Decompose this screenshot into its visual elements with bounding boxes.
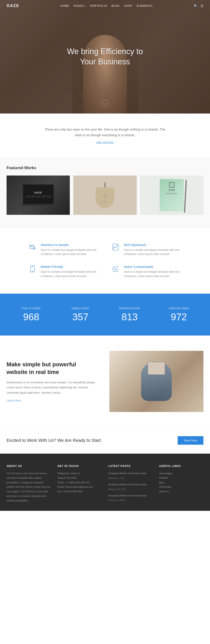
menu-icon[interactable]: ☰ — [200, 4, 203, 8]
feature-seo: SEO Optimized Gaze is a simple and elega… — [112, 243, 182, 256]
footer-post-2: Designing Mobile eCommerce Apps February… — [108, 482, 153, 491]
footer-about-text: Our Theme is a very slick and clean e-co… — [7, 471, 51, 503]
feature-attention-title: Attention to Details — [41, 243, 98, 247]
feature-mobile-title: Mobile Friendly — [41, 265, 98, 268]
features-section: Attention to Details Gaze is a simple an… — [0, 228, 210, 294]
nav-elements[interactable]: ELEMENTS — [137, 4, 153, 8]
hero-headline: We bring Efficiency to Your Business — [67, 46, 143, 67]
attention-icon — [28, 243, 37, 252]
book-cover: ✓ GAZE WORDPRESS — [160, 179, 184, 211]
stat-goals-label: Marketing Goals — [105, 307, 154, 310]
footer-link-portfolio[interactable]: Portfolio — [159, 476, 204, 480]
hero-person-figure — [72, 22, 138, 114]
footer-post-3: Designing Mobile eCommerce Apps February… — [108, 493, 153, 502]
svg-point-4 — [32, 271, 33, 272]
laptop-screen: GAZE — [23, 184, 54, 204]
about-learn-more[interactable]: Learn More — [7, 399, 21, 402]
bag-text: ✦TakeItEasy — [101, 190, 109, 204]
feature-attention-desc: Gaze is a simple and elegant template wi… — [41, 248, 98, 256]
footer-links-heading: USEFUL LINKS — [159, 464, 204, 468]
footer-contact-heading: GET IN TOUCH — [58, 464, 102, 468]
laptop-logo: GAZE — [34, 192, 42, 194]
footer-posts: LATEST POSTS Designing Mobile eCommerce … — [108, 464, 153, 504]
pencil — [184, 180, 187, 213]
feature-attention-content: Attention to Details Gaze is a simple an… — [41, 243, 98, 256]
cta-section: Excited to Work With Us? We Are Ready to… — [0, 427, 210, 454]
footer-company: Philippines, Gaze Inc. — [58, 471, 102, 476]
footer-grid: ABOUT US Our Theme is a very slick and c… — [7, 464, 203, 504]
book-subtitle: WORDPRESS — [166, 193, 178, 194]
quote-author[interactable]: Jake Simpson — [96, 140, 114, 144]
footer-link-about[interactable]: About Us — [159, 489, 204, 494]
about-section: Make simple but powerful website in real… — [0, 336, 210, 427]
bag-string — [104, 182, 106, 188]
about-photo — [109, 351, 203, 412]
feature-seo-title: SEO Optimized — [124, 243, 182, 247]
feature-seo-desc: Gaze is a simple and elegant template wi… — [124, 248, 182, 256]
footer-link-shortcodes[interactable]: Shortcodes — [159, 485, 204, 489]
quote-text: There are only two ways to live your lif… — [44, 126, 166, 138]
nav-shop[interactable]: SHOP — [124, 4, 132, 8]
features-grid: Attention to Details Gaze is a simple an… — [28, 243, 182, 278]
brand-logo[interactable]: GAZE — [7, 4, 19, 8]
laptop-divider — [26, 195, 51, 196]
scroll-down-button[interactable]: ↓ — [101, 100, 109, 107]
feature-mobile: Mobile Friendly Gaze is a simple and ele… — [28, 265, 98, 278]
stats-section: Cups of Coffee 968 Happy Clients 357 Mar… — [0, 294, 210, 336]
feature-attention: Attention to Details Gaze is a simple an… — [28, 243, 98, 256]
footer-post-2-date: February 03, 2017 — [108, 488, 126, 490]
footer-link-blog[interactable]: Blog — [159, 480, 204, 485]
nav-blog[interactable]: BLOG — [112, 4, 120, 8]
stat-goals-value: 813 — [105, 312, 154, 322]
nav-links: HOME PAGES PORTFOLIO BLOG SHOP ELEMENTS — [60, 4, 152, 8]
stats-grid: Cups of Coffee 968 Happy Clients 357 Mar… — [7, 307, 203, 322]
nav-portfolio[interactable]: PORTFOLIO — [90, 4, 107, 8]
work-item-laptop[interactable]: GAZE — [7, 176, 70, 215]
stat-goals: Marketing Goals 813 — [105, 307, 154, 322]
laptop-nav-dots — [26, 197, 51, 197]
customize-icon — [112, 265, 120, 274]
work-item-book[interactable]: ✓ GAZE WORDPRESS — [140, 176, 203, 215]
footer-phone: Phone: + 1 888-1554-456-123 — [58, 480, 102, 485]
stat-ideas: Awesome Ideas 972 — [154, 307, 203, 322]
footer-fax: Fax: +63 918 4054 694 — [58, 489, 102, 494]
hero-section: We bring Efficiency to Your Business ↓ — [0, 0, 210, 114]
about-text: Make simple but powerful website in real… — [7, 361, 101, 402]
bag-body: ✦TakeItEasy — [95, 187, 114, 208]
seo-icon — [112, 243, 120, 252]
featured-section: Featured Works GAZE — [0, 157, 210, 228]
footer-about: ABOUT US Our Theme is a very slick and c… — [7, 464, 51, 504]
stat-coffee-label: Cups of Coffee — [7, 307, 56, 310]
hero-content: We bring Efficiency to Your Business — [67, 46, 143, 67]
footer-post-1-title[interactable]: Designing Mobile eCommerce Apps — [108, 471, 153, 476]
bag-mockup: ✦TakeItEasy — [95, 182, 114, 208]
cta-text: Excited to Work With Us? We Are Ready to… — [7, 438, 102, 443]
about-image — [109, 351, 203, 412]
footer-post-2-title[interactable]: Designing Mobile eCommerce Apps — [108, 482, 153, 487]
stat-clients: Happy Clients 357 — [56, 307, 105, 322]
laptop-base — [21, 204, 56, 206]
footer-posts-heading: LATEST POSTS — [108, 464, 153, 468]
footer-about-heading: ABOUT US — [7, 464, 51, 468]
feature-seo-content: SEO Optimized Gaze is a simple and elega… — [124, 243, 182, 256]
laptop-mockup: GAZE — [21, 184, 56, 206]
footer-post-3-title[interactable]: Designing Mobile eCommerce Apps — [108, 493, 153, 498]
stat-clients-label: Happy Clients — [56, 307, 105, 310]
nav-pages[interactable]: PAGES — [73, 4, 85, 8]
book-lines — [164, 196, 179, 200]
footer: ABOUT US Our Theme is a very slick and c… — [0, 454, 210, 511]
footer-post-3-date: February 3, 2016 — [108, 499, 125, 502]
footer-address: Talag st. 45, 6200 — [58, 476, 102, 480]
mobile-icon — [28, 265, 37, 274]
footer-post-1-date: February 2, 2017 — [108, 477, 125, 480]
feature-custom-desc: Gaze is a simple and elegant template wi… — [124, 270, 182, 278]
footer-link-homepages[interactable]: Homepages — [159, 471, 204, 476]
book-title: GAZE — [169, 189, 175, 191]
work-item-bag[interactable]: ✦TakeItEasy — [73, 176, 137, 215]
book-mockup: ✓ GAZE WORDPRESS — [160, 179, 184, 211]
svg-rect-2 — [113, 244, 118, 250]
start-now-button[interactable]: Start Now — [178, 436, 203, 445]
svg-point-6 — [115, 268, 117, 270]
search-icon[interactable]: 🔍 — [194, 4, 197, 8]
nav-home[interactable]: HOME — [60, 4, 69, 8]
